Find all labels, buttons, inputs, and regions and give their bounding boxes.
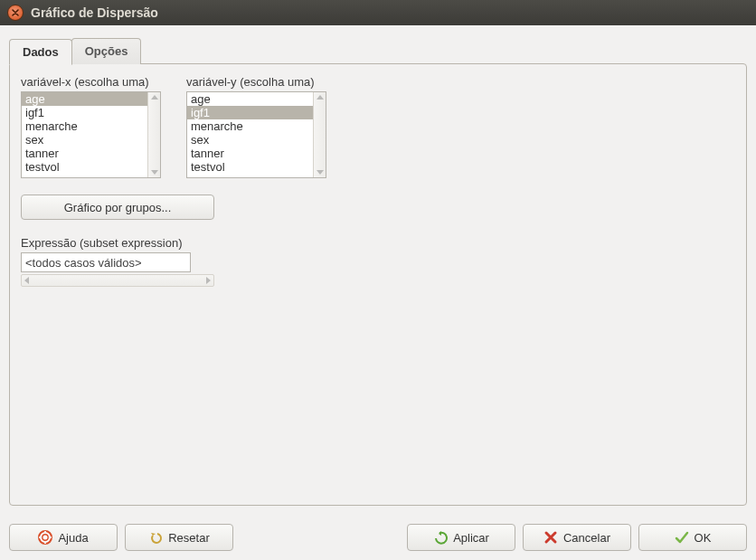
cancel-button-label: Cancelar xyxy=(563,531,610,545)
help-button[interactable]: Ajuda xyxy=(9,524,118,551)
list-item[interactable]: igf1 xyxy=(22,106,147,119)
check-icon xyxy=(675,530,689,545)
apply-button[interactable]: Aplicar xyxy=(407,524,515,551)
xvar-label: variável-x (escolha uma) xyxy=(21,75,161,89)
tab-panel-dados: variável-x (escolha uma) ageigf1menarche… xyxy=(9,63,747,506)
dialog-footer: Ajuda Resetar Aplicar Cancelar OK xyxy=(0,515,756,560)
dialog-body: Dados Opções variável-x (escolha uma) ag… xyxy=(0,25,756,515)
scroll-down-icon[interactable] xyxy=(151,170,158,175)
yvar-group: variável-y (escolha uma) ageigf1menarche… xyxy=(186,75,326,178)
reset-button[interactable]: Resetar xyxy=(125,524,233,551)
expression-group: Expressão (subset expression) xyxy=(21,236,214,287)
list-item[interactable]: age xyxy=(187,92,313,106)
list-item[interactable]: igf1 xyxy=(187,106,313,119)
cancel-icon xyxy=(543,530,558,545)
reset-button-label: Resetar xyxy=(168,531,210,545)
expression-input[interactable] xyxy=(21,252,191,272)
xvar-scrollbar[interactable] xyxy=(147,92,160,177)
titlebar: Gráfico de Dispersão xyxy=(0,0,756,25)
xvar-listbox[interactable]: ageigf1menarchesextannertestvol xyxy=(21,91,161,178)
yvar-scrollbar[interactable] xyxy=(313,92,326,177)
scroll-up-icon[interactable] xyxy=(317,95,324,100)
apply-icon xyxy=(433,530,448,545)
svg-point-1 xyxy=(43,535,48,540)
groups-button[interactable]: Gráfico por grupos... xyxy=(21,195,214,220)
close-icon[interactable] xyxy=(7,5,24,21)
ok-button-label: OK xyxy=(695,531,712,545)
list-item[interactable]: testvol xyxy=(22,160,147,174)
window-title: Gráfico de Dispersão xyxy=(31,5,158,20)
undo-icon xyxy=(148,530,163,545)
list-item[interactable]: sex xyxy=(22,133,147,147)
yvar-label: variável-y (escolha uma) xyxy=(186,75,326,89)
expression-hscrollbar[interactable] xyxy=(21,274,214,287)
help-icon xyxy=(38,530,52,545)
cancel-button[interactable]: Cancelar xyxy=(523,524,631,551)
scroll-right-icon[interactable] xyxy=(206,277,211,284)
ok-button[interactable]: OK xyxy=(638,524,747,551)
tab-opcoes[interactable]: Opções xyxy=(71,38,142,64)
list-item[interactable]: age xyxy=(22,92,147,106)
expression-label: Expressão (subset expression) xyxy=(21,236,214,250)
list-item[interactable]: tanner xyxy=(187,147,313,160)
scroll-left-icon[interactable] xyxy=(24,277,29,284)
xvar-group: variável-x (escolha uma) ageigf1menarche… xyxy=(21,75,161,178)
scroll-up-icon[interactable] xyxy=(151,95,158,100)
list-item[interactable]: sex xyxy=(187,133,313,147)
tabbar: Dados Opções xyxy=(9,38,747,64)
help-button-label: Ajuda xyxy=(58,531,88,545)
list-item[interactable]: testvol xyxy=(187,160,313,174)
scroll-down-icon[interactable] xyxy=(317,170,324,175)
apply-button-label: Aplicar xyxy=(453,531,489,545)
tab-dados[interactable]: Dados xyxy=(9,39,72,65)
yvar-listbox[interactable]: ageigf1menarchesextannertestvol xyxy=(186,91,326,178)
list-item[interactable]: menarche xyxy=(22,119,147,133)
list-item[interactable]: menarche xyxy=(187,119,313,133)
list-item[interactable]: tanner xyxy=(22,147,147,160)
